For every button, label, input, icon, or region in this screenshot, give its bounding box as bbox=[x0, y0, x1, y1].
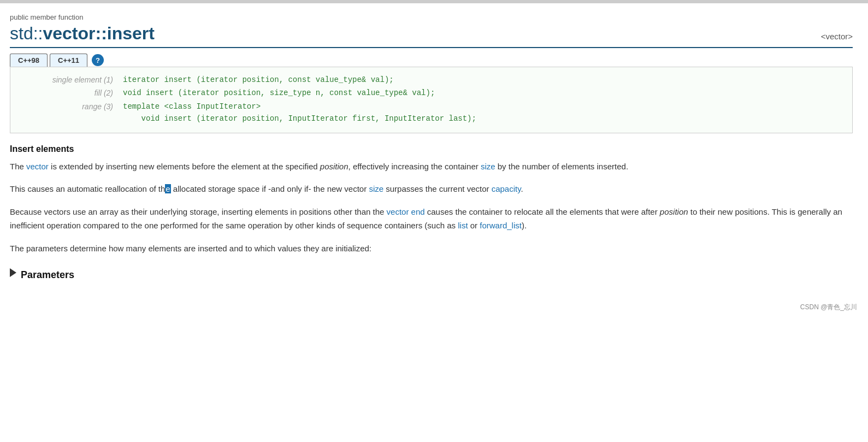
code-text-1: iterator insert (iterator position, cons… bbox=[123, 74, 394, 86]
tab-cpp11[interactable]: C++11 bbox=[50, 54, 87, 67]
p3-link-list[interactable]: list bbox=[458, 221, 468, 230]
insert-elements-heading: Insert elements bbox=[10, 144, 853, 154]
help-icon[interactable]: ? bbox=[92, 54, 104, 66]
p2-end: . bbox=[521, 184, 523, 193]
tab-bar: C++98 C++11 ? bbox=[10, 54, 853, 67]
p1-after-link1: is extended by inserting new elements be… bbox=[49, 162, 320, 171]
p3-start: Because vectors use an array as their un… bbox=[10, 207, 387, 216]
p2-link-capacity[interactable]: capacity bbox=[492, 184, 521, 193]
p1-italic-position: position bbox=[320, 162, 349, 171]
footer: CSDN @青色_忘川 bbox=[0, 303, 868, 317]
p2-after-link: surpasses the current vector bbox=[383, 184, 492, 193]
code-box: single element (1) iterator insert (iter… bbox=[10, 67, 853, 133]
function-title: std::vector::insert bbox=[10, 23, 155, 44]
p1-end: by the number of elements inserted. bbox=[495, 162, 628, 171]
code-text-3: template <class InputIterator> void inse… bbox=[123, 101, 476, 125]
tab-cpp98[interactable]: C++98 bbox=[10, 54, 48, 67]
p1-before-link: The bbox=[10, 162, 26, 171]
p3-end: ). bbox=[522, 221, 527, 230]
paragraph-2: This causes an automatic reallocation of… bbox=[10, 182, 853, 196]
p1-after-italic: , effectively increasing the container bbox=[349, 162, 481, 171]
code-label-3: range (3) bbox=[19, 101, 123, 113]
p1-link-vector[interactable]: vector bbox=[26, 162, 49, 171]
code-text-2: void insert (iterator position, size_typ… bbox=[123, 87, 435, 99]
paragraph-3: Because vectors use an array as their un… bbox=[10, 205, 853, 233]
code-row-3: range (3) template <class InputIterator>… bbox=[19, 101, 843, 125]
p3-link-vector-end[interactable]: vector end bbox=[387, 207, 425, 216]
public-member-label: public member function bbox=[10, 13, 853, 21]
p2-after-highlighted: allocated storage space if -and only if-… bbox=[171, 184, 369, 193]
p2-link-size[interactable]: size bbox=[369, 184, 383, 193]
page-content: public member function std::vector::inse… bbox=[0, 3, 868, 303]
code-row-1: single element (1) iterator insert (iter… bbox=[19, 74, 843, 86]
code-label-1: single element (1) bbox=[19, 74, 123, 86]
params-row: Parameters bbox=[10, 264, 853, 281]
title-row: std::vector::insert <vector> bbox=[10, 23, 853, 48]
description-block: The vector is extended by inserting new … bbox=[10, 160, 853, 256]
code-row-2: fill (2) void insert (iterator position,… bbox=[19, 87, 843, 99]
function-name: vector::insert bbox=[43, 23, 155, 43]
p2-highlighted-char: e bbox=[165, 184, 170, 193]
p3-italic-position: position bbox=[660, 207, 688, 216]
paragraph-1: The vector is extended by inserting new … bbox=[10, 160, 853, 174]
p1-link-size[interactable]: size bbox=[481, 162, 495, 171]
footer-credit: CSDN @青色_忘川 bbox=[800, 303, 857, 312]
p3-after-link: causes the container to relocate all the… bbox=[425, 207, 660, 216]
code-label-2: fill (2) bbox=[19, 87, 123, 99]
params-heading: Parameters bbox=[21, 269, 74, 281]
p3-link-forward-list[interactable]: forward_list bbox=[480, 221, 522, 230]
code-line-void: void insert (iterator position, InputIte… bbox=[123, 113, 476, 125]
namespace-prefix: std:: bbox=[10, 23, 43, 43]
code-line-template: template <class InputIterator> bbox=[123, 101, 476, 113]
vector-ref: <vector> bbox=[821, 32, 853, 41]
arrow-icon bbox=[10, 268, 16, 277]
p3-middle: or bbox=[468, 221, 480, 230]
p2-start: This causes an automatic reallocation of… bbox=[10, 184, 165, 193]
paragraph-4: The parameters determine how many elemen… bbox=[10, 241, 853, 256]
